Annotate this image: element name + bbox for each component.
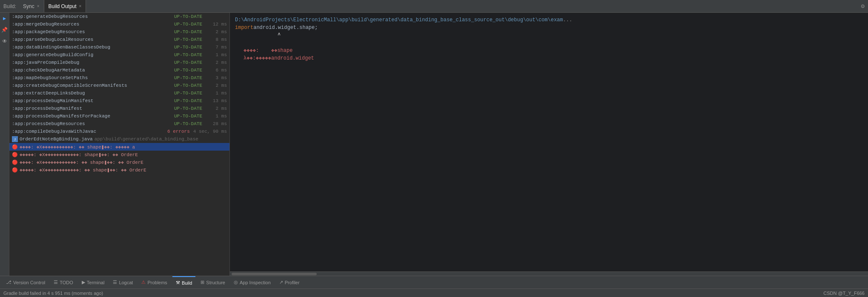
version-control-icon: ⎇ [6,280,11,285]
tab-structure[interactable]: ⊞ Structure [197,276,229,288]
build-item-status-6: UP-TO-DATE [174,60,202,65]
build-item-12[interactable]: :app:processDebugManifest UP-TO-DATE 2 m… [9,105,229,112]
build-item-time-1: 12 ms [206,22,227,27]
build-item-9[interactable]: :app:createDebugCompatibleScreenManifest… [9,82,229,89]
build-item-name-7: :app:checkDebugAarMetadata [12,68,172,73]
code-path-ellipsis: ... [563,16,573,24]
tab-sync-close[interactable]: × [37,4,40,9]
build-item-10[interactable]: :app:extractDeepLinksDebug UP-TO-DATE 1 … [9,89,229,97]
scroll-thumb[interactable] [232,273,317,275]
tab-app-inspection[interactable]: ◎ App Inspection [230,276,274,288]
error-text-1: ❖❖❖❖: ❖X❖❖❖❖❖❖❖❖❖❖❖: ❖❖ shape❚❖❖: ❖❖❖❖❖ … [20,144,135,150]
build-item-time-13: 1 ms [206,114,227,119]
build-item-15[interactable]: :app:compileDebugJavaWithJavac 6 errors … [9,128,229,135]
error-item-4[interactable]: 🔴 ❖❖❖❖❖: ❖X❖❖❖❖❖❖❖❖❖❖❖❖: ❖❖ shape❚❖❖: ❖❖… [9,166,229,174]
code-line-path: D:\AndroidProjects\ElectronicMall\app\bu… [235,16,863,24]
tab-todo[interactable]: ☰ TODO [50,276,77,288]
build-item-time-4: 7 ms [206,45,227,50]
error-item-1[interactable]: 🔴 ❖❖❖❖: ❖X❖❖❖❖❖❖❖❖❖❖❖: ❖❖ shape❚❖❖: ❖❖❖❖… [9,143,229,151]
tab-build-output-close[interactable]: × [79,4,82,9]
tab-version-control[interactable]: ⎇ Version Control [3,276,49,288]
build-item-status-3: UP-TO-DATE [174,37,202,42]
side-icons: ▶ 📌 👁 [0,13,9,276]
horizontal-scrollbar[interactable] [230,271,868,276]
build-item-status-13: UP-TO-DATE [174,114,202,119]
build-item-name-0: :app:generateDebugResources [12,14,172,19]
tab-app-inspection-label: App Inspection [240,280,271,285]
build-item-status-11: UP-TO-DATE [174,98,202,103]
build-item-7[interactable]: :app:checkDebugAarMetadata UP-TO-DATE 6 … [9,66,229,74]
tab-version-control-label: Version Control [13,280,45,285]
build-item-error-count-15: 6 errors [167,129,190,134]
build-item-name-8: :app:mapDebugSourceSetPaths [12,75,172,80]
build-item-8[interactable]: :app:mapDebugSourceSetPaths UP-TO-DATE 3… [9,74,229,82]
java-file-icon: J [12,136,18,142]
tab-build[interactable]: ⚒ Build [172,276,195,288]
build-item-time-2: 2 ms [206,29,227,34]
build-item-0[interactable]: :app:generateDebugResources UP-TO-DATE [9,13,229,20]
build-item-status-8: UP-TO-DATE [174,75,202,80]
left-panel: ▶ 📌 👁 :app:generateDebugResources UP-TO-… [0,13,230,276]
build-list[interactable]: :app:generateDebugResources UP-TO-DATE :… [9,13,229,276]
build-item-2[interactable]: :app:packageDebugResources UP-TO-DATE 2 … [9,28,229,36]
build-item-status-5: UP-TO-DATE [174,52,202,57]
tab-build-output[interactable]: Build Output × [44,0,86,12]
right-panel: D:\AndroidProjects\ElectronicMall\app\bu… [230,13,868,276]
error-item-2[interactable]: 🔴 ❖❖❖❖❖: ❖X❖❖❖❖❖❖❖❖❖❖❖❖: shape❚❖❖: ❖❖ Or… [9,151,229,158]
code-error-label-1: ❖❖❖❖: [243,47,259,54]
build-item-status-12: UP-TO-DATE [174,106,202,111]
build-item-time-7: 6 ms [206,68,227,73]
arrow-icon[interactable]: ▶ [2,14,7,23]
code-line-error1: ❖❖❖❖: ❖❖ shape [235,47,863,54]
error-text-4: ❖❖❖❖❖: ❖X❖❖❖❖❖❖❖❖❖❖❖❖: ❖❖ shape❚❖❖: ❖❖ O… [20,167,146,173]
build-item-13[interactable]: :app:processDebugManifestForPackage UP-T… [9,112,229,120]
code-suggestion-text: ❖❖❖❖❖ [256,54,271,62]
build-item-status-10: UP-TO-DATE [174,91,202,96]
eye-icon[interactable]: 👁 [1,37,8,46]
tab-sync[interactable]: Sync × [19,0,44,12]
build-item-name-6: :app:javaPreCompileDebug [12,60,172,65]
settings-icon[interactable]: ⚙ [861,3,865,10]
build-item-11[interactable]: :app:processDebugMainManifest UP-TO-DATE… [9,97,229,105]
problems-icon: ⚠ [141,280,146,285]
build-item-status-1: UP-TO-DATE [174,22,202,27]
build-item-14[interactable]: :app:processDebugResources UP-TO-DATE 28… [9,120,229,128]
build-item-6[interactable]: :app:javaPreCompileDebug UP-TO-DATE 2 ms [9,59,229,66]
pin-icon[interactable]: 📌 [0,26,9,34]
tab-problems[interactable]: ⚠ Problems [138,276,170,288]
file-item[interactable]: J OrderEdtNoteBgBinding.java app\build\g… [9,135,229,143]
terminal-icon: ▶ [82,280,85,285]
build-item-time-3: 8 ms [206,37,227,42]
error-item-3[interactable]: 🔴 ❖❖❖❖: ❖X❖❖❖❖❖❖❖❖❖❖❖❖: ❖❖ shape❚❖❖: ❖❖ … [9,158,229,166]
file-path: app\build\generated\data_binding_base [95,137,198,142]
build-item-status-4: UP-TO-DATE [174,45,202,50]
tab-problems-label: Problems [147,280,167,285]
build-item-name-15: :app:compileDebugJavaWithJavac [12,129,166,134]
app-inspection-icon: ◎ [234,280,238,285]
tab-profiler[interactable]: ↗ Profiler [276,276,303,288]
main-area: ▶ 📌 👁 :app:generateDebugResources UP-TO-… [0,13,868,276]
build-item-1[interactable]: :app:mergeDebugResources UP-TO-DATE 12 m… [9,20,229,28]
error-icon-1: 🔴 [12,144,18,150]
code-line-caret: ^ [235,31,863,39]
tab-build-output-label: Build Output [49,3,77,9]
build-item-3[interactable]: :app:parseDebugLocalResources UP-TO-DATE… [9,36,229,43]
tab-profiler-label: Profiler [285,280,300,285]
left-panel-content: ▶ 📌 👁 :app:generateDebugResources UP-TO-… [0,13,229,276]
build-item-5[interactable]: :app:generateDebugBuildConfig UP-TO-DATE… [9,51,229,59]
top-tab-bar: Build: Sync × Build Output × ⚙ [0,0,868,13]
code-line-import: import android.widget.shape ; [235,24,863,31]
tab-logcat-label: Logcat [119,280,133,285]
status-right: CSDN @T_Y_F666 [823,291,865,296]
file-name: OrderEdtNoteBgBinding.java [20,137,93,142]
code-area: D:\AndroidProjects\ElectronicMall\app\bu… [230,13,868,271]
build-item-4[interactable]: :app:dataBindingGenBaseClassesDebug UP-T… [9,43,229,51]
tab-logcat[interactable]: ☰ Logcat [109,276,136,288]
build-item-status-0: UP-TO-DATE [174,14,202,19]
build-item-name-9: :app:createDebugCompatibleScreenManifest… [12,83,172,88]
todo-icon: ☰ [54,280,58,285]
build-item-time-14: 28 ms [206,121,227,126]
tab-terminal[interactable]: ▶ Terminal [78,276,108,288]
build-item-name-14: :app:processDebugResources [12,121,172,126]
build-item-status-14: UP-TO-DATE [174,121,202,126]
